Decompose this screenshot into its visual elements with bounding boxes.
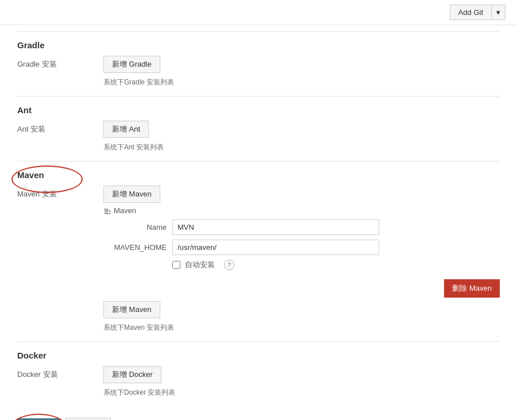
ant-content: 新增 Ant 系统下Ant 安装列表 bbox=[103, 121, 500, 152]
maven-entry-header: ⠿ Maven bbox=[103, 206, 500, 215]
ant-row: Ant 安装 新增 Ant 系统下Ant 安装列表 bbox=[17, 121, 500, 152]
maven-home-field-row: MAVEN_HOME bbox=[103, 240, 500, 255]
footer-buttons: Save Apply bbox=[17, 406, 500, 420]
dropdown-arrow-icon: ▾ bbox=[496, 8, 500, 17]
help-icon[interactable]: ? bbox=[224, 260, 234, 270]
name-field-row: Name bbox=[103, 219, 500, 235]
maven-content: 新增 Maven ⠿ Maven Name MAVEN_HOME bbox=[103, 186, 500, 333]
maven-install-label: Maven 安装 bbox=[17, 186, 92, 199]
ant-install-label: Ant 安装 bbox=[17, 121, 92, 134]
add-docker-button[interactable]: 新增 Docker bbox=[103, 366, 161, 383]
docker-install-label: Docker 安装 bbox=[17, 366, 92, 380]
docker-section: Docker Docker 安装 新增 Docker 系统下Docker 安装列… bbox=[17, 341, 500, 406]
maven-title-annotation: Maven bbox=[17, 170, 44, 186]
auto-install-checkbox[interactable] bbox=[172, 261, 180, 269]
gradle-hint: 系统下Gradle 安装列表 bbox=[103, 78, 500, 87]
top-bar: Add Git ▾ bbox=[0, 0, 517, 25]
apply-button[interactable]: Apply bbox=[65, 418, 111, 420]
maven-home-field-label: MAVEN_HOME bbox=[103, 243, 167, 252]
auto-install-row: 自动安装 ? bbox=[172, 260, 500, 270]
ant-section: Ant Ant 安装 新增 Ant 系统下Ant 安装列表 bbox=[17, 96, 500, 161]
gradle-section: Gradle Gradle 安装 新增 Gradle 系统下Gradle 安装列… bbox=[17, 31, 500, 96]
docker-hint: 系统下Docker 安装列表 bbox=[103, 388, 500, 398]
add-ant-button[interactable]: 新增 Ant bbox=[103, 121, 149, 138]
auto-install-label: 自动安装 bbox=[185, 260, 215, 270]
add-gradle-button[interactable]: 新增 Gradle bbox=[103, 56, 160, 73]
name-field-label: Name bbox=[103, 223, 167, 232]
maven-entry-name: Maven bbox=[114, 206, 136, 215]
docker-content: 新增 Docker 系统下Docker 安装列表 bbox=[103, 366, 500, 398]
docker-row: Docker 安装 新增 Docker 系统下Docker 安装列表 bbox=[17, 366, 500, 398]
gradle-title: Gradle bbox=[17, 40, 500, 50]
add-git-group: Add Git ▾ bbox=[450, 5, 506, 20]
page-container: Add Git ▾ Gradle Gradle 安装 新增 Gradle 系统下… bbox=[0, 0, 517, 420]
add-git-button[interactable]: Add Git bbox=[450, 5, 492, 20]
name-input[interactable] bbox=[172, 219, 379, 235]
gradle-install-label: Gradle 安装 bbox=[17, 56, 92, 70]
maven-row: Maven 安装 新增 Maven ⠿ Maven Name bbox=[17, 186, 500, 333]
maven-section: Maven Maven 安装 新增 Maven ⠿ Maven Name bbox=[17, 161, 500, 341]
docker-title: Docker bbox=[17, 350, 500, 360]
add-maven-bottom-button[interactable]: 新增 Maven bbox=[103, 301, 160, 318]
gradle-content: 新增 Gradle 系统下Gradle 安装列表 bbox=[103, 56, 500, 87]
add-git-dropdown-button[interactable]: ▾ bbox=[492, 5, 506, 20]
maven-actions-row: 删除 Maven bbox=[103, 277, 500, 298]
maven-home-input[interactable] bbox=[172, 240, 379, 255]
ant-hint: 系统下Ant 安装列表 bbox=[103, 142, 500, 152]
content-area: Gradle Gradle 安装 新增 Gradle 系统下Gradle 安装列… bbox=[0, 25, 517, 420]
maven-title: Maven bbox=[17, 170, 44, 180]
ant-title: Ant bbox=[17, 105, 500, 115]
delete-maven-button[interactable]: 删除 Maven bbox=[444, 279, 500, 298]
maven-hint: 系统下Maven 安装列表 bbox=[103, 323, 500, 333]
drag-handle-icon: ⠿ bbox=[103, 207, 110, 214]
gradle-row: Gradle 安装 新增 Gradle 系统下Gradle 安装列表 bbox=[17, 56, 500, 87]
maven-entry: ⠿ Maven Name MAVEN_HOME bbox=[103, 206, 500, 298]
add-maven-top-button[interactable]: 新增 Maven bbox=[103, 186, 160, 203]
